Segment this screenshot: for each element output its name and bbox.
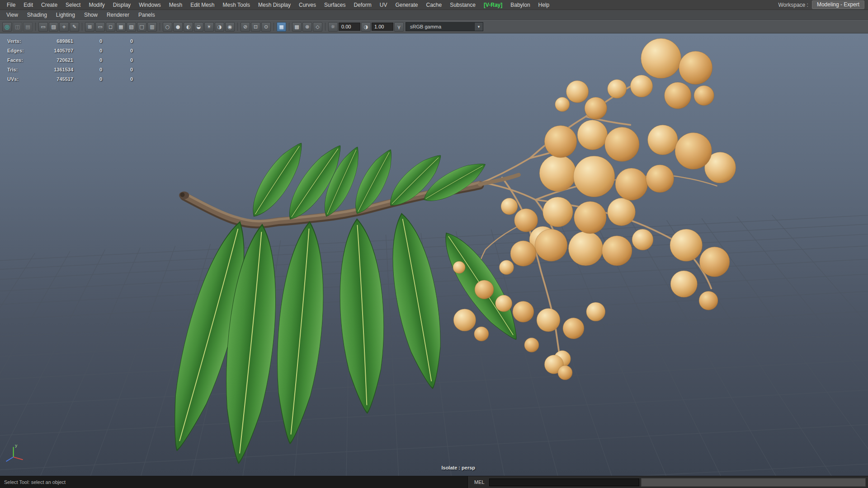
hud-count-3: 0	[102, 76, 133, 82]
safe-title-icon[interactable]: ▥	[147, 22, 157, 32]
hud-count: 1361534	[32, 67, 73, 72]
renderer-toggle-icon[interactable]: ◎	[2, 22, 12, 32]
isolate-select-icon[interactable]: ▦	[277, 22, 286, 32]
xray-joints-icon[interactable]: ⊗	[302, 22, 312, 32]
berries	[453, 38, 736, 380]
panel-menu-item[interactable]: Show	[80, 11, 102, 19]
menu-item[interactable]: Modify	[85, 1, 108, 9]
menu-item[interactable]: Mesh Display	[254, 1, 295, 9]
gamma-icon[interactable]: γ	[394, 22, 404, 32]
exposure-icon[interactable]: ☼	[328, 22, 338, 32]
toolbar-separator	[82, 23, 82, 31]
menu-item[interactable]: [V-Ray]	[480, 1, 506, 9]
hud-label: Tris:	[7, 67, 32, 72]
menu-item[interactable]: Curves	[295, 1, 320, 9]
help-text: Select Tool: select an object	[4, 479, 66, 485]
menu-item[interactable]: Edit	[19, 1, 37, 9]
panel-menu-item[interactable]: Shading	[23, 11, 52, 19]
menu-item[interactable]: UV	[376, 1, 392, 9]
bookmark-icon[interactable]: ▭	[38, 22, 48, 32]
viewport[interactable]: y Verts: 689861 0 0 Edges: 1405707 0 0	[0, 33, 868, 476]
hud-row: Edges: 1405707 0 0	[7, 46, 133, 55]
menu-item[interactable]: Babylon	[506, 1, 534, 9]
hud-label: Faces:	[7, 57, 32, 63]
axis-gizmo: y	[6, 443, 23, 461]
maya-window: FileEditCreateSelectModifyDisplayWindows…	[0, 0, 868, 488]
mel-command-input[interactable]	[489, 479, 639, 486]
textured-icon[interactable]: ◐	[184, 22, 193, 32]
main-menubar: FileEditCreateSelectModifyDisplayWindows…	[0, 0, 868, 10]
panel-menu-item[interactable]: Panels	[134, 11, 160, 19]
smooth-shade-icon[interactable]: ●	[173, 22, 183, 32]
menu-item[interactable]: Mesh Tools	[219, 1, 254, 9]
hud-count-3: 0	[102, 57, 133, 63]
view-transform-value: sRGB gamma	[410, 24, 441, 29]
xray-icon[interactable]: ▩	[292, 22, 302, 32]
viewport-canvas[interactable]: y	[0, 33, 868, 476]
hud-label: Verts:	[7, 38, 32, 44]
depth-of-field-icon[interactable]: ⊙	[261, 22, 271, 32]
panel-toolbar: ◎◫▤ ▭▨+✎ ⊞▭◻▦▧□▥ ○●◐◒☀◑◉ ⊘⊡⊙ ▦ ▩⊗◇ ☼ 0.0…	[0, 20, 868, 33]
status-bar: Select Tool: select an object MEL	[0, 476, 868, 488]
command-result-field[interactable]	[641, 478, 866, 487]
menu-item[interactable]: Generate	[391, 1, 422, 9]
motion-blur-icon[interactable]: ⊘	[241, 22, 250, 32]
plant-model[interactable]	[156, 38, 736, 465]
shadows-icon[interactable]: ◑	[215, 22, 224, 32]
panel-menu-item[interactable]: View	[2, 11, 23, 19]
occlusion-icon[interactable]: ◉	[225, 22, 235, 32]
hud-row: Faces: 720621 0 0	[7, 55, 133, 65]
menu-item[interactable]: Display	[109, 1, 135, 9]
grid-icon[interactable]: ⊞	[85, 22, 94, 32]
hud-row: UVs: 745517 0 0	[7, 74, 133, 84]
menu-item[interactable]: Edit Mesh	[186, 1, 218, 9]
hud-row: Verts: 689861 0 0	[7, 36, 133, 46]
field-chart-icon[interactable]: ▧	[127, 22, 136, 32]
menu-item[interactable]: File	[3, 1, 19, 9]
gamma-field[interactable]: 1.00	[372, 23, 393, 31]
menu-item[interactable]: Create	[37, 1, 61, 9]
select-camera-icon[interactable]: ◫	[13, 22, 22, 32]
film-gate-icon[interactable]: ▭	[95, 22, 105, 32]
hud-label: Edges:	[7, 48, 32, 53]
view-transform-dropdown[interactable]: sRGB gamma ▾	[406, 22, 483, 31]
mel-label[interactable]: MEL	[468, 479, 489, 485]
safe-action-icon[interactable]: □	[137, 22, 146, 32]
hud-count-2: 0	[73, 67, 102, 72]
chevron-down-icon: ▾	[474, 23, 483, 31]
resolution-gate-icon[interactable]: ◻	[106, 22, 115, 32]
contrast-icon[interactable]: ◑	[361, 22, 371, 32]
use-default-material-icon[interactable]: ◒	[194, 22, 203, 32]
grease-pencil-icon[interactable]: ✎	[70, 22, 79, 32]
menu-item[interactable]: Deform	[349, 1, 375, 9]
menu-item[interactable]: Windows	[135, 1, 165, 9]
workspace-selector-button[interactable]: Modeling - Expert	[812, 0, 864, 9]
workspace-label: Workspace :	[778, 2, 808, 8]
image-plane-icon[interactable]: ▨	[49, 22, 58, 32]
pan-zoom-icon[interactable]: +	[59, 22, 69, 32]
wireframe-icon[interactable]: ○	[163, 22, 172, 32]
svg-text:y: y	[15, 443, 17, 448]
hud-row: Tris: 1361534 0 0	[7, 65, 133, 74]
hud-count-2: 0	[73, 57, 102, 63]
gate-mask-icon[interactable]: ▦	[116, 22, 126, 32]
hud-count-2: 0	[73, 38, 102, 44]
exposure-field[interactable]: 0.00	[339, 23, 360, 31]
selection-highlight-icon[interactable]: ◇	[313, 22, 322, 32]
menu-item[interactable]: Surfaces	[320, 1, 349, 9]
panel-menu-item[interactable]: Lighting	[52, 11, 80, 19]
menu-item[interactable]: Cache	[422, 1, 446, 9]
camera-attributes-icon[interactable]: ▤	[23, 22, 33, 32]
menu-item[interactable]: Select	[61, 1, 85, 9]
main-menu: FileEditCreateSelectModifyDisplayWindows…	[3, 1, 553, 9]
hud-count: 745517	[32, 76, 73, 82]
menu-item[interactable]: Substance	[446, 1, 480, 9]
toolbar-separator	[325, 23, 326, 31]
lighting-icon[interactable]: ☀	[204, 22, 214, 32]
menu-item[interactable]: Mesh	[165, 1, 186, 9]
menu-item[interactable]: Help	[534, 1, 554, 9]
panel-menu-item[interactable]: Renderer	[102, 11, 134, 19]
hud-count-3: 0	[102, 67, 133, 72]
hud-count-3: 0	[102, 48, 133, 53]
multisample-icon[interactable]: ⊡	[251, 22, 260, 32]
